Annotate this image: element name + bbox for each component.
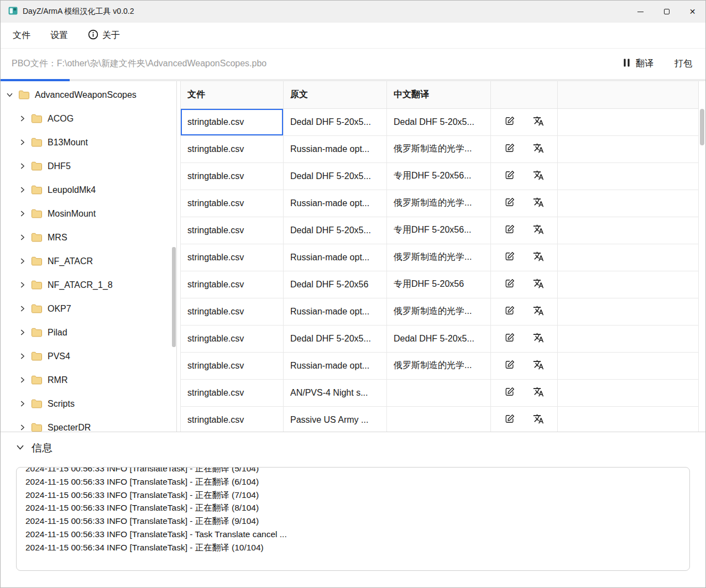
chevron-right-icon[interactable]	[19, 210, 26, 217]
chevron-right-icon[interactable]	[19, 353, 26, 360]
translate-row-button[interactable]	[532, 196, 545, 211]
cell-file[interactable]: stringtable.csv	[181, 406, 284, 432]
table-scrollbar-thumb[interactable]	[700, 109, 704, 145]
tree-item[interactable]: ACOG	[1, 107, 176, 130]
chevron-right-icon[interactable]	[19, 281, 26, 288]
cell-translation[interactable]: 专用DHF 5-20x56	[387, 271, 491, 298]
chevron-right-icon[interactable]	[19, 162, 26, 170]
edit-button[interactable]	[503, 277, 516, 292]
tree-item[interactable]: NF_ATACR_1_8	[1, 273, 176, 297]
cell-source[interactable]: Dedal DHF 5-20x5...	[284, 162, 387, 190]
translate-row-button[interactable]	[532, 141, 545, 156]
translate-row-button[interactable]	[532, 114, 545, 129]
tree-item[interactable]: Pilad	[1, 321, 176, 344]
chevron-right-icon[interactable]	[19, 258, 26, 265]
table-row[interactable]: stringtable.csv Russian-made opt... 俄罗斯制…	[181, 190, 699, 217]
cell-translation[interactable]	[387, 406, 491, 432]
chevron-right-icon[interactable]	[19, 305, 26, 312]
tree-item[interactable]: LeupoldMk4	[1, 178, 176, 202]
cell-translation[interactable]: 专用DHF 5-20x56...	[387, 217, 491, 244]
cell-file[interactable]: stringtable.csv	[181, 325, 284, 352]
edit-button[interactable]	[503, 304, 516, 319]
cell-translation[interactable]: 俄罗斯制造的光学...	[387, 135, 491, 162]
table-row[interactable]: stringtable.csv Russian-made opt... 俄罗斯制…	[181, 298, 699, 325]
cell-translation[interactable]: 俄罗斯制造的光学...	[387, 298, 491, 325]
tree-item[interactable]: DHF5	[1, 154, 176, 178]
tree-scrollbar-thumb[interactable]	[172, 247, 176, 347]
table-row[interactable]: stringtable.csv Russian-made opt... 俄罗斯制…	[181, 244, 699, 271]
edit-button[interactable]	[503, 412, 516, 427]
translate-row-button[interactable]	[532, 277, 545, 292]
table-row[interactable]: stringtable.csv Dedal DHF 5-20x5... 专用DH…	[181, 162, 699, 190]
menu-settings[interactable]: 设置	[50, 30, 68, 41]
chevron-right-icon[interactable]	[19, 400, 26, 407]
menu-about[interactable]: 关于	[88, 29, 120, 42]
cell-file[interactable]: stringtable.csv	[181, 162, 284, 190]
log-box[interactable]: 2024-11-15 00:56:33 INFO [TranslateTask]…	[16, 467, 690, 571]
chevron-right-icon[interactable]	[19, 424, 26, 431]
cell-file[interactable]: stringtable.csv	[181, 271, 284, 298]
cell-source[interactable]: Passive US Army ...	[284, 406, 387, 432]
cell-file[interactable]: stringtable.csv	[181, 244, 284, 271]
cell-file[interactable]: stringtable.csv	[181, 135, 284, 162]
cell-source[interactable]: Dedal DHF 5-20x5...	[284, 217, 387, 244]
translate-row-button[interactable]	[532, 412, 545, 427]
edit-button[interactable]	[503, 385, 516, 400]
edit-button[interactable]	[503, 223, 516, 238]
table-row[interactable]: stringtable.csv Russian-made opt... 俄罗斯制…	[181, 135, 699, 162]
chevron-down-icon[interactable]	[16, 442, 24, 454]
tree-item[interactable]: RMR	[1, 368, 176, 392]
translate-row-button[interactable]	[532, 385, 545, 400]
cell-source[interactable]: Dedal DHF 5-20x5...	[284, 108, 387, 135]
edit-button[interactable]	[503, 141, 516, 156]
chevron-right-icon[interactable]	[19, 376, 26, 384]
tree-item[interactable]: OKP7	[1, 297, 176, 321]
info-panel-header[interactable]: 信息	[1, 432, 705, 455]
cell-file[interactable]: stringtable.csv	[181, 352, 284, 379]
cell-translation[interactable]	[387, 379, 491, 406]
translate-row-button[interactable]	[532, 250, 545, 265]
tree-item[interactable]: Scripts	[1, 392, 176, 416]
table-row[interactable]: stringtable.csv Dedal DHF 5-20x56 专用DHF …	[181, 271, 699, 298]
cell-source[interactable]: Russian-made opt...	[284, 190, 387, 217]
edit-button[interactable]	[503, 250, 516, 265]
cell-file[interactable]: stringtable.csv	[181, 379, 284, 406]
chevron-right-icon[interactable]	[19, 329, 26, 336]
cell-source[interactable]: AN/PVS-4 Night s...	[284, 379, 387, 406]
table-scrollbar[interactable]	[699, 81, 705, 432]
table-row[interactable]: stringtable.csv Dedal DHF 5-20x5... Deda…	[181, 325, 699, 352]
tree-item[interactable]: PVS4	[1, 344, 176, 368]
edit-button[interactable]	[503, 114, 516, 129]
edit-button[interactable]	[503, 331, 516, 346]
chevron-right-icon[interactable]	[19, 115, 26, 122]
tree-item[interactable]: MosinMount	[1, 202, 176, 225]
menu-file[interactable]: 文件	[13, 30, 30, 41]
close-button[interactable]: ✕	[679, 1, 705, 23]
cell-source[interactable]: Russian-made opt...	[284, 298, 387, 325]
table-row[interactable]: stringtable.csv Dedal DHF 5-20x5... Deda…	[181, 108, 699, 135]
translate-row-button[interactable]	[532, 358, 545, 373]
table-row[interactable]: stringtable.csv AN/PVS-4 Night s...	[181, 379, 699, 406]
cell-translation[interactable]: 专用DHF 5-20x56...	[387, 162, 491, 190]
pack-button[interactable]: 打包	[674, 58, 692, 70]
cell-source[interactable]: Russian-made opt...	[284, 352, 387, 379]
translate-button[interactable]: 翻译	[623, 58, 653, 70]
cell-source[interactable]: Dedal DHF 5-20x56	[284, 271, 387, 298]
edit-button[interactable]	[503, 358, 516, 373]
tree-item[interactable]: NF_ATACR	[1, 249, 176, 273]
chevron-right-icon[interactable]	[19, 234, 26, 241]
edit-button[interactable]	[503, 196, 516, 211]
cell-file[interactable]: stringtable.csv	[181, 217, 284, 244]
table-row[interactable]: stringtable.csv Dedal DHF 5-20x5... 专用DH…	[181, 217, 699, 244]
chevron-down-icon[interactable]	[6, 91, 13, 98]
tree-item[interactable]: MRS	[1, 225, 176, 249]
table-row[interactable]: stringtable.csv Russian-made opt... 俄罗斯制…	[181, 352, 699, 379]
cell-translation[interactable]: 俄罗斯制造的光学...	[387, 352, 491, 379]
translate-row-button[interactable]	[532, 169, 545, 183]
minimize-button[interactable]	[627, 1, 653, 23]
translate-row-button[interactable]	[532, 304, 545, 319]
cell-source[interactable]: Russian-made opt...	[284, 244, 387, 271]
table-row[interactable]: stringtable.csv Passive US Army ...	[181, 406, 699, 432]
cell-translation[interactable]: Dedal DHF 5-20x5...	[387, 108, 491, 135]
translate-row-button[interactable]	[532, 331, 545, 346]
